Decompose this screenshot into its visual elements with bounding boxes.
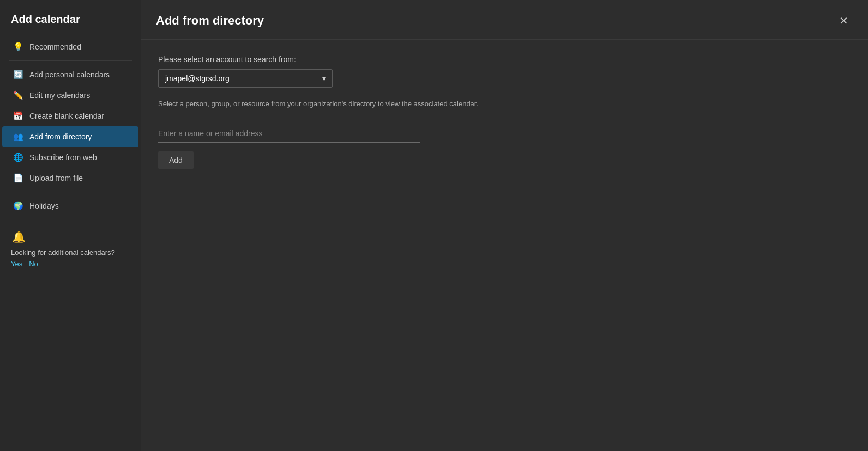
account-select-wrapper: jmapel@stgrsd.org [158,69,333,88]
edit-calendars-icon: ✏️ [13,90,23,100]
description-text: Select a person, group, or resource from… [158,99,567,109]
sidebar-item-label: Recommended [29,42,81,51]
sidebar-divider-1 [9,60,132,61]
additional-calendars-icon: 🔔 [11,229,26,245]
sidebar-item-label: Subscribe from web [29,153,97,162]
search-input[interactable] [158,125,420,143]
sidebar-item-edit-calendars[interactable]: ✏️ Edit my calendars [2,85,138,106]
account-select[interactable]: jmapel@stgrsd.org [158,69,333,88]
sidebar-item-add-from-directory[interactable]: 👥 Add from directory [2,126,138,147]
sidebar-item-label: Edit my calendars [29,91,90,100]
sidebar: Add calendar 💡 Recommended 🔄 Add persona… [0,0,141,451]
sidebar-item-label: Add from directory [29,132,92,141]
create-blank-icon: 📅 [13,111,23,121]
add-button[interactable]: Add [158,151,194,169]
main-content: Add from directory ✕ Please select an ac… [141,0,868,451]
subscribe-from-web-icon: 🌐 [13,153,23,162]
holidays-icon: 🌍 [13,201,23,211]
sidebar-item-create-blank[interactable]: 📅 Create blank calendar [2,106,138,126]
main-header: Add from directory ✕ [141,0,868,40]
sidebar-item-subscribe-from-web[interactable]: 🌐 Subscribe from web [2,147,138,168]
additional-calendars-text: Looking for additional calendars? [11,248,130,258]
yes-link[interactable]: Yes [11,260,22,268]
sidebar-item-recommended[interactable]: 💡 Recommended [2,36,138,57]
search-section [158,125,851,143]
recommended-icon: 💡 [13,42,23,52]
upload-from-file-icon: 📄 [13,173,23,183]
sidebar-title: Add calendar [0,9,141,36]
add-from-directory-icon: 👥 [13,132,23,142]
sidebar-item-label: Holidays [29,202,59,210]
sidebar-divider-2 [9,192,132,192]
account-label: Please select an account to search from: [158,55,851,64]
close-button[interactable]: ✕ [835,12,853,29]
additional-calendars-links: Yes No [11,260,130,268]
sidebar-item-label: Add personal calendars [29,70,110,79]
sidebar-bottom: 🔔 Looking for additional calendars? Yes … [0,221,141,277]
no-link[interactable]: No [29,260,38,268]
add-personal-icon: 🔄 [13,70,23,80]
main-body: Please select an account to search from:… [141,40,868,451]
sidebar-item-label: Upload from file [29,174,83,182]
sidebar-item-add-personal[interactable]: 🔄 Add personal calendars [2,64,138,85]
sidebar-item-upload-from-file[interactable]: 📄 Upload from file [2,168,138,188]
sidebar-item-label: Create blank calendar [29,112,104,120]
sidebar-item-holidays[interactable]: 🌍 Holidays [2,196,138,216]
main-title: Add from directory [156,14,264,28]
